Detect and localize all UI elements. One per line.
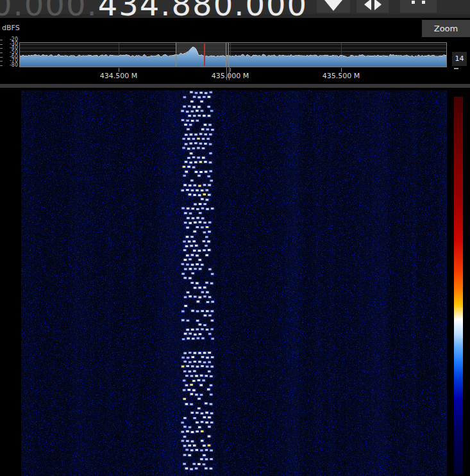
db-tick-mark bbox=[0, 48, 3, 49]
frequency-value: 434.880.000 bbox=[98, 0, 308, 18]
sdr-app-window: 0.000.434.880.000 Zoom dBFS -20-30-40-50… bbox=[0, 0, 470, 476]
more-options-button[interactable] bbox=[400, 0, 437, 13]
zoom-band-edge-handle[interactable] bbox=[226, 67, 227, 80]
zoom-value-box: 14 bbox=[452, 52, 467, 66]
panel-divider bbox=[0, 84, 470, 88]
triangle-down-icon bbox=[324, 0, 342, 11]
left-right-arrows-icon bbox=[364, 0, 382, 10]
zoom-band-edge-handle[interactable] bbox=[229, 67, 230, 80]
db-tick-mark bbox=[0, 44, 3, 45]
db-tick-mark bbox=[0, 61, 3, 62]
zoom-slider-thumb[interactable] bbox=[454, 68, 458, 69]
freq-tick-label: 435.000 M bbox=[201, 72, 259, 80]
freq-tick-label: 434.500 M bbox=[90, 72, 147, 80]
frequency-dim-prefix: 0.000. bbox=[0, 0, 98, 18]
db-tick-mark bbox=[0, 65, 3, 66]
spectrum-canvas[interactable] bbox=[20, 43, 446, 67]
dbfs-unit-label: dBFS bbox=[2, 24, 20, 32]
db-tick-mark bbox=[0, 57, 3, 58]
intensity-scale-gradient bbox=[454, 97, 463, 475]
waterfall-display[interactable] bbox=[21, 90, 447, 476]
zoom-button[interactable]: Zoom bbox=[422, 20, 470, 37]
dots-icon bbox=[412, 1, 425, 4]
step-left-right-button[interactable] bbox=[357, 0, 389, 13]
tune-down-button[interactable] bbox=[317, 0, 350, 13]
freq-tick-label: 435.500 M bbox=[312, 72, 370, 80]
frequency-bar: 0.000.434.880.000 bbox=[0, 0, 470, 18]
spectrum-panel[interactable] bbox=[19, 42, 447, 67]
db-tick-label: -80 bbox=[1, 63, 18, 68]
db-tick-mark bbox=[0, 40, 3, 40]
frequency-display[interactable]: 0.000.434.880.000 bbox=[0, 0, 308, 18]
db-tick-mark bbox=[0, 53, 3, 53]
